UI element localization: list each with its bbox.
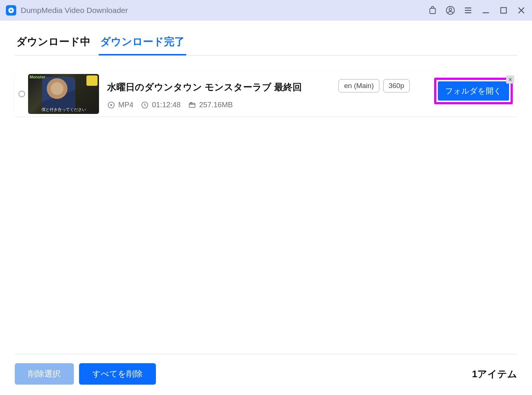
tab-completed[interactable]: ダウンロード完了 xyxy=(99,32,186,55)
item-duration: 01:12:48 xyxy=(141,101,181,109)
clock-icon xyxy=(141,101,149,109)
item-size-label: 257.16MB xyxy=(199,101,233,109)
item-duration-label: 01:12:48 xyxy=(152,101,181,109)
item-thumbnail: Monster 僕と付き合ってください xyxy=(28,74,99,114)
folder-icon xyxy=(188,101,196,109)
svg-point-3 xyxy=(449,8,452,11)
item-select-checkbox[interactable] xyxy=(18,91,25,97)
item-size: 257.16MB xyxy=(188,101,233,109)
svg-rect-1 xyxy=(430,9,435,14)
svg-rect-7 xyxy=(189,103,195,107)
account-icon[interactable] xyxy=(446,6,455,15)
item-count: 1アイテム xyxy=(472,368,517,381)
item-badges: en (Main) 360p xyxy=(338,79,410,92)
menu-icon[interactable] xyxy=(463,6,473,15)
tab-downloading[interactable]: ダウンロード中 xyxy=(15,32,92,55)
thumb-overlay-topleft: Monster xyxy=(30,75,45,79)
play-icon xyxy=(107,101,115,109)
footer: 削除選択 すべてを削除 1アイテム xyxy=(15,354,517,385)
item-title: 水曜日のダウンタウン モンスターラブ 最終回 xyxy=(107,81,338,93)
tabs: ダウンロード中 ダウンロード完了 xyxy=(15,32,517,55)
footer-divider xyxy=(15,354,517,354)
titlebar-controls xyxy=(428,6,526,15)
minimize-icon[interactable] xyxy=(481,6,491,15)
svg-rect-4 xyxy=(501,7,506,13)
item-meta: MP4 01:12:48 257.16MB xyxy=(107,101,338,109)
app-title: DumpMedia Video Downloader xyxy=(21,6,128,15)
item-format: MP4 xyxy=(107,101,133,109)
thumb-caption: 僕と付き合ってください xyxy=(28,107,99,112)
open-folder-button[interactable]: フォルダを開く xyxy=(438,81,509,101)
item-format-label: MP4 xyxy=(118,101,133,109)
download-item-row: Monster 僕と付き合ってください 水曜日のダウンタウン モンスターラブ 最… xyxy=(15,72,517,116)
app-logo-icon xyxy=(6,5,16,16)
delete-selected-button[interactable]: 削除選択 xyxy=(15,363,74,385)
shopping-bag-icon[interactable] xyxy=(428,6,437,15)
titlebar: DumpMedia Video Downloader xyxy=(0,0,532,21)
thumb-overlay-topright xyxy=(86,75,98,86)
close-window-icon[interactable] xyxy=(516,6,526,15)
content-area: ダウンロード中 ダウンロード完了 Monster 僕と付き合ってください 水曜日… xyxy=(0,21,532,116)
item-main: 水曜日のダウンタウン モンスターラブ 最終回 MP4 01:12:48 xyxy=(107,79,338,109)
language-badge: en (Main) xyxy=(338,79,379,92)
item-close-icon[interactable] xyxy=(506,75,514,84)
maximize-icon[interactable] xyxy=(499,6,508,15)
open-folder-highlight: フォルダを開く xyxy=(434,78,513,104)
quality-badge: 360p xyxy=(383,79,410,92)
delete-all-button[interactable]: すべてを削除 xyxy=(79,363,156,385)
svg-rect-8 xyxy=(190,102,192,104)
